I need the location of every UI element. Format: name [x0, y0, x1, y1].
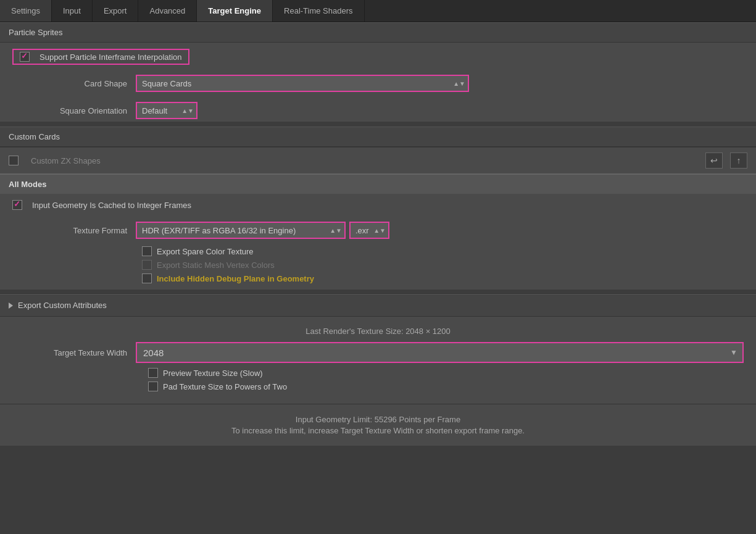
particle-sprites-header: Particle Sprites: [0, 22, 756, 43]
custom-zx-checkbox[interactable]: [9, 156, 19, 165]
last-render-texture-info: Last Render's Texture Size: 2048 × 1200: [12, 320, 744, 338]
square-orientation-select-wrapper: Default XY Plane XZ Plane ▲▼: [136, 102, 197, 119]
pad-texture-size-row: Pad Texture Size to Powers of Two: [12, 382, 744, 391]
texture-ext-select-wrapper: .exr .tiff .png ▲▼: [349, 222, 389, 239]
target-texture-width-label: Target Texture Width: [12, 348, 136, 357]
card-shape-select[interactable]: Square Cards Custom Cards: [136, 75, 469, 92]
target-texture-width-select-wrapper: 512 1024 2048 4096 8192 ▼: [136, 342, 744, 363]
card-shape-select-wrapper: Square Cards Custom Cards ▲▼: [136, 75, 469, 92]
texture-format-label: Texture Format: [12, 226, 136, 235]
custom-cards-header: Custom Cards: [0, 127, 756, 147]
all-modes-header: All Modes: [0, 173, 756, 194]
export-static-mesh-row: Export Static Mesh Vertex Colors: [0, 260, 756, 270]
export-attrs-section[interactable]: Export Custom Attributes: [0, 294, 756, 316]
texture-format-select[interactable]: HDR (EXR/TIFF as RGBA 16/32 in Engine) 8…: [136, 222, 346, 239]
export-static-mesh-label: Export Static Mesh Vertex Colors: [157, 261, 275, 270]
increase-limit-hint-text: To increase this limit, increase Target …: [12, 426, 744, 435]
tab-advanced[interactable]: Advanced: [138, 0, 197, 22]
texture-format-row: Texture Format HDR (EXR/TIFF as RGBA 16/…: [0, 219, 756, 241]
texture-format-controls: HDR (EXR/TIFF as RGBA 16/32 in Engine) 8…: [136, 222, 389, 239]
support-interpolation-label: Support Particle Interframe Interpolatio…: [39, 52, 182, 62]
interpolation-highlight: Support Particle Interframe Interpolatio…: [12, 49, 189, 65]
custom-zx-label: Custom ZX Shapes: [31, 156, 698, 165]
particle-sprites-section: Support Particle Interframe Interpolatio…: [0, 43, 756, 122]
export-spare-color-row: Export Spare Color Texture: [0, 246, 756, 256]
texture-format-select-wrapper: HDR (EXR/TIFF as RGBA 16/32 in Engine) 8…: [136, 222, 346, 239]
include-hidden-debug-row: Include Hidden Debug Plane in Geometry: [0, 273, 756, 290]
square-orientation-select[interactable]: Default XY Plane XZ Plane: [136, 102, 197, 119]
export-attrs-chevron-icon: [9, 302, 13, 309]
geometry-cached-checkbox[interactable]: [12, 200, 22, 210]
custom-zx-row: Custom ZX Shapes ↩ ↑: [0, 147, 756, 173]
tab-bar: Settings Input Export Advanced Target En…: [0, 0, 756, 22]
tab-realtime-shaders[interactable]: Real-Time Shaders: [273, 0, 365, 22]
export-spare-color-checkbox[interactable]: [142, 246, 152, 256]
texture-ext-select[interactable]: .exr .tiff .png: [349, 222, 389, 239]
custom-zx-reset-button[interactable]: ↑: [730, 152, 747, 169]
card-shape-label: Card Shape: [12, 79, 136, 88]
target-texture-area: Last Render's Texture Size: 2048 × 1200 …: [0, 317, 756, 404]
tab-settings[interactable]: Settings: [0, 0, 52, 22]
pad-texture-size-checkbox[interactable]: [148, 382, 158, 391]
support-interpolation-checkbox[interactable]: [20, 52, 30, 62]
target-texture-width-select[interactable]: 512 1024 2048 4096 8192: [136, 342, 744, 363]
include-hidden-debug-label: Include Hidden Debug Plane in Geometry: [157, 274, 314, 283]
tab-export[interactable]: Export: [93, 0, 139, 22]
preview-texture-size-checkbox[interactable]: [148, 368, 158, 378]
export-attrs-label: Export Custom Attributes: [18, 301, 107, 310]
preview-texture-size-label: Preview Texture Size (Slow): [163, 369, 263, 378]
tab-input[interactable]: Input: [52, 0, 93, 22]
preview-texture-size-row: Preview Texture Size (Slow): [12, 368, 744, 378]
square-orientation-label: Square Orientation: [12, 106, 136, 115]
geometry-cached-row: Input Geometry Is Cached to Integer Fram…: [12, 200, 191, 210]
target-texture-width-row: Target Texture Width 512 1024 2048 4096 …: [12, 342, 744, 363]
tab-target-engine[interactable]: Target Engine: [197, 0, 273, 22]
export-static-mesh-checkbox[interactable]: [142, 260, 152, 270]
all-modes-section: Input Geometry Is Cached to Integer Fram…: [0, 194, 756, 290]
pad-texture-size-label: Pad Texture Size to Powers of Two: [163, 382, 287, 391]
input-geometry-limit-text: Input Geometry Limit: 55296 Points per F…: [12, 415, 744, 424]
main-content: Particle Sprites Support Particle Interf…: [0, 22, 756, 446]
include-hidden-debug-checkbox[interactable]: [142, 273, 152, 283]
export-spare-color-label: Export Spare Color Texture: [157, 247, 254, 256]
square-orientation-row: Square Orientation Default XY Plane XZ P…: [0, 99, 756, 122]
custom-zx-undo-button[interactable]: ↩: [705, 152, 723, 169]
bottom-info: Input Geometry Limit: 55296 Points per F…: [0, 404, 756, 446]
card-shape-row: Card Shape Square Cards Custom Cards ▲▼: [0, 72, 756, 94]
geometry-cached-label: Input Geometry Is Cached to Integer Fram…: [32, 201, 191, 210]
